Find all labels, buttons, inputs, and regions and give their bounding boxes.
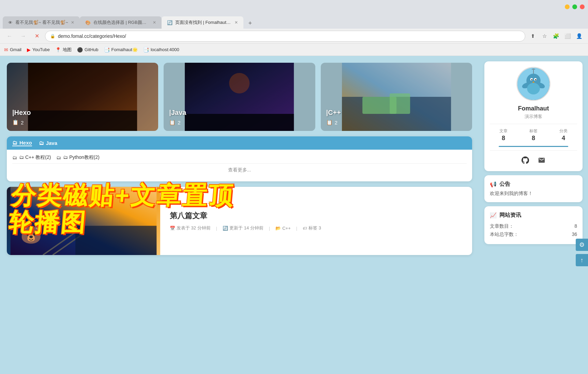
cat-item-cpp-label: 🗂 C++ 教程(2) [19, 154, 51, 161]
youtube-label: YouTube [32, 47, 50, 52]
tab-bar: 👁 看不见我🐒~ 看不见我🐒~ ✕ 🎨 在线颜色选择器 | RGB颜色查询...… [0, 14, 588, 29]
stat-tags: 标签 8 [520, 128, 547, 142]
stat-articles: 文章 8 [490, 128, 517, 142]
meta-sep-2: | [269, 226, 270, 231]
view-more-button[interactable]: 查看更多... [12, 163, 467, 177]
site-words-value: 36 [572, 231, 577, 238]
tab-3-close[interactable]: ✕ [235, 20, 238, 25]
svg-point-22 [527, 83, 540, 94]
address-bar[interactable]: 🔒 demo.fomal.cc/categories/Hexo/ [45, 31, 525, 42]
cpp-card-overlay: |C++ 📋 2 [321, 63, 472, 131]
java-tab-icon: 🗂 [39, 140, 44, 146]
category-panel-header: 🗂 Hexo 🗂 Java [7, 136, 472, 150]
stat-categories-label: 分类 [550, 128, 577, 134]
notice-widget: 📢 公告 欢迎来到我的博客！ [484, 175, 583, 202]
bookmark-icon[interactable]: ☆ [540, 31, 549, 41]
hexo-tab-icon: 🗂 [12, 140, 17, 146]
hexo-card-title: |Hexo [12, 109, 153, 117]
notice-text: 欢迎来到我的博客！ [490, 191, 577, 197]
nav-action-icons: ⬆ ☆ 🧩 ⬜ 👤 [528, 31, 584, 41]
bookmarks-bar: ✉ Gmail ▶ YouTube 📍 地图 ⚫ GitHub 📑 Fomalh… [0, 44, 588, 56]
email-profile-link[interactable] [536, 155, 547, 166]
category-icon: 📂 [275, 226, 281, 231]
cat-item-cpp[interactable]: 🗂 🗂 C++ 教程(2) [12, 154, 51, 161]
share-icon[interactable]: ⬆ [528, 31, 538, 41]
profile-widget: Fomalhaut 演示博客 文章 8 标签 8 分类 4 [484, 61, 583, 171]
new-tab-button[interactable]: + [245, 18, 256, 29]
cat-item-python-icon: 🗂 [56, 155, 61, 160]
category-highlight-bar [499, 146, 569, 147]
settings-edge-icon[interactable]: ⚙ [576, 239, 588, 251]
cat-item-python-label: 🗂 Python教程(2) [63, 154, 100, 161]
tab-2[interactable]: 🎨 在线颜色选择器 | RGB颜色查询... ✕ [80, 16, 162, 29]
github-icon: ⚫ [77, 47, 83, 53]
tag-icon: 🏷 [303, 226, 307, 231]
java-count-icon: 📋 [169, 119, 176, 125]
stat-tags-value: 8 [520, 135, 547, 142]
site-words-label: 本站总字数： [490, 231, 518, 238]
view-more-text: 查看更多... [228, 167, 251, 173]
overlay-text: 分类磁贴+文章置顶轮播图 [8, 182, 243, 236]
github-label: GitHub [85, 47, 98, 52]
localhost-icon: 📑 [143, 47, 149, 53]
tab-2-title: 在线颜色选择器 | RGB颜色查询... [93, 19, 150, 26]
bookmark-maps[interactable]: 📍 地图 [55, 47, 72, 53]
browser-chrome: 👁 看不见我🐒~ 看不见我🐒~ ✕ 🎨 在线颜色选择器 | RGB颜色查询...… [0, 0, 588, 56]
gmail-icon: ✉ [4, 47, 8, 53]
nav-bar: ← → ✕ 🔒 demo.fomal.cc/categories/Hexo/ ⬆… [0, 29, 588, 44]
hexo-card-count: 📋 2 [12, 119, 153, 125]
category-card-java[interactable]: |Java 📋 2 [164, 63, 315, 131]
tab-2-close[interactable]: ✕ [153, 20, 156, 25]
bookmark-youtube[interactable]: ▶ YouTube [27, 47, 50, 53]
maps-icon: 📍 [55, 47, 61, 53]
extensions-icon[interactable]: 🧩 [551, 31, 561, 41]
github-profile-link[interactable] [520, 155, 531, 166]
bookmark-github[interactable]: ⚫ GitHub [77, 47, 98, 53]
tab-1-favicon: 👁 [8, 20, 13, 25]
category-card-hexo[interactable]: |Hexo 📋 2 [7, 63, 158, 131]
java-count-value: 2 [178, 120, 180, 125]
site-info-widget: 📈 网站资讯 文章数目： 8 本站总字数： 36 [484, 206, 583, 244]
stat-categories: 分类 4 [550, 128, 577, 142]
back-button[interactable]: ← [4, 31, 15, 42]
tab-1[interactable]: 👁 看不见我🐒~ 看不见我🐒~ ✕ [3, 16, 80, 29]
hexo-count-value: 2 [21, 120, 24, 125]
svg-point-17 [531, 79, 532, 80]
category-panel-body: 🗂 🗂 C++ 教程(2) 🗂 🗂 Python教程(2) 查看更多... [7, 150, 472, 181]
title-bar [0, 0, 588, 14]
tab-1-title: 看不见我🐒~ 看不见我🐒~ [15, 19, 68, 26]
profile-icon[interactable]: 👤 [574, 31, 584, 41]
bookmark-fomalhaut[interactable]: 📑 Fomalhaut🌟 [104, 47, 138, 53]
cpp-count-icon: 📋 [326, 119, 333, 125]
stat-articles-label: 文章 [490, 128, 517, 134]
profile-social-links [490, 150, 577, 166]
cat-item-python[interactable]: 🗂 🗂 Python教程(2) [56, 154, 100, 161]
fomalhaut-icon: 📑 [104, 47, 110, 53]
sidebar-toggle-icon[interactable]: ⬜ [563, 31, 572, 41]
bookmark-localhost[interactable]: 📑 localhost:4000 [143, 47, 179, 53]
chart-icon: 📈 [490, 212, 497, 219]
scroll-top-icon[interactable]: ↑ [576, 254, 588, 266]
java-card-title: |Java [169, 109, 310, 117]
bookmark-gmail[interactable]: ✉ Gmail [4, 47, 21, 53]
cat-tab-hexo[interactable]: 🗂 Hexo [12, 140, 32, 146]
site-info-title-text: 网站资讯 [499, 212, 521, 219]
article-tag: 🏷 标签 3 [303, 225, 321, 231]
category-grid: |Hexo 📋 2 [7, 63, 472, 131]
tab-3[interactable]: 🔄 页面没有找到 | Fomalhaut-Blog ✕ [162, 16, 243, 29]
article-category: 📂 C++ [275, 226, 291, 231]
svg-point-18 [535, 79, 537, 80]
cat-tab-java[interactable]: 🗂 Java [39, 140, 57, 146]
reload-button[interactable]: ✕ [31, 31, 42, 42]
meta-sep-3: | [296, 226, 297, 231]
site-articles-value: 8 [574, 223, 577, 229]
tab-1-close[interactable]: ✕ [71, 20, 74, 25]
notice-title: 📢 公告 [490, 181, 577, 188]
category-card-cpp[interactable]: |C++ 📋 2 [321, 63, 472, 131]
cpp-card-count: 📋 2 [326, 119, 467, 125]
cat-item-cpp-icon: 🗂 [12, 155, 17, 160]
forward-button[interactable]: → [18, 31, 29, 42]
youtube-icon: ▶ [27, 47, 31, 53]
tab-3-favicon: 🔄 [167, 20, 172, 25]
stat-tags-label: 标签 [520, 128, 547, 134]
